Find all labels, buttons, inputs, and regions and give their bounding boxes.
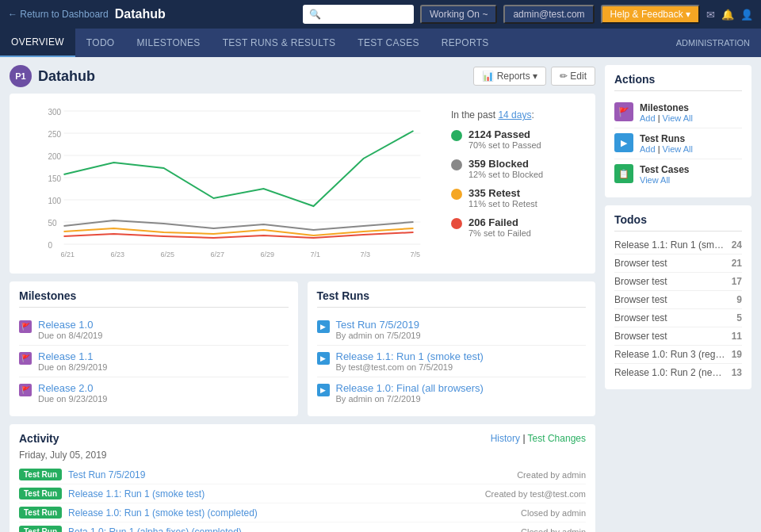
test-runs-view-link[interactable]: View All [663,144,693,154]
todos-box: Todos Release 1.1: Run 1 (smoke ... 24 B… [605,205,751,389]
activity-link-4[interactable]: Beta 1.0: Run 1 (alpha fixes) (completed… [68,526,514,533]
legend-failed: 206 Failed 7% set to Failed [451,216,586,238]
list-item: Browser test 17 [614,273,742,291]
help-feedback-button[interactable]: Help & Feedback ▾ [601,5,700,24]
svg-text:0: 0 [48,241,53,250]
user-icon[interactable]: 👤 [740,9,753,21]
todo-name-7[interactable]: Release 1.0: Run 3 (regre... [614,349,727,360]
topbar: ← Return to Dashboard Datahub Working On… [0,0,761,29]
admin-email-button[interactable]: admin@test.com [503,5,594,24]
test-cases-view-link[interactable]: View All [640,175,670,185]
sections-row: Milestones 🚩 Release 1.0 Due on 8/4/2019… [10,281,595,416]
mail-icon[interactable]: ✉ [706,9,715,21]
activity-link-3[interactable]: Release 1.0: Run 1 (smoke test) (complet… [68,507,514,519]
todo-count-7: 19 [732,349,742,360]
bell-icon[interactable]: 🔔 [721,9,734,21]
list-item: Release 1.0: Run 2 (new f... 13 [614,364,742,381]
nav-milestones[interactable]: MILESTONES [126,29,212,57]
todo-name-6[interactable]: Browser test [614,331,727,342]
failed-text: 206 Failed 7% set to Failed [468,216,531,238]
main-content: P1 Datahub 📊 Reports ▾ ✏ Edit 300 250 20… [0,57,761,532]
milestones-add-link[interactable]: Add [640,113,656,123]
todo-name-4[interactable]: Browser test [614,294,732,305]
milestones-section: Milestones 🚩 Release 1.0 Due on 8/4/2019… [10,281,298,416]
legend-retest: 335 Retest 11% set to Retest [451,187,586,209]
todo-count-4: 9 [736,294,742,305]
test-run-icon-1: ▶ [317,320,330,333]
search-input[interactable] [303,5,414,24]
svg-text:6/27: 6/27 [211,251,225,258]
list-item: 🚩 Release 1.1 Due on 8/29/2019 [19,346,289,377]
milestone-1-text: Release 1.0 Due on 8/4/2019 [38,319,102,340]
test-cases-action-links: View All [640,175,689,185]
activity-tag-2: Test Run [19,488,62,499]
milestones-action-name: Milestones [640,102,693,113]
activity-tag-4: Test Run [19,526,62,532]
todo-name-1[interactable]: Release 1.1: Run 1 (smoke ... [614,239,727,251]
run-2-name[interactable]: Release 1.1: Run 1 (smoke test) [336,350,484,362]
failed-dot [451,218,462,229]
todo-name-3[interactable]: Browser test [614,276,727,287]
test-cases-action-name: Test Cases [640,164,689,175]
logo: Datahub [115,7,166,21]
todo-name-2[interactable]: Browser test [614,258,727,269]
nav-overview[interactable]: OVERVIEW [0,29,75,57]
svg-text:6/21: 6/21 [61,251,75,258]
test-cases-action-icon: 📋 [614,164,633,183]
test-changes-link[interactable]: Test Changes [528,433,586,444]
list-item: Browser test 9 [614,291,742,309]
test-runs-title: Test Runs [317,289,587,308]
activity-link-1[interactable]: Test Run 7/5/2019 [68,469,511,480]
milestone-1-name[interactable]: Release 1.0 [38,319,102,331]
todo-name-5[interactable]: Browser test [614,312,732,323]
run-3-name[interactable]: Release 1.0: Final (all browsers) [336,382,484,394]
run-2-text: Release 1.1: Run 1 (smoke test) By test@… [336,350,484,372]
todo-name-8[interactable]: Release 1.0: Run 2 (new f... [614,367,727,378]
activity-link-2[interactable]: Release 1.1: Run 1 (smoke test) [68,488,479,499]
activity-section: Activity History | Test Changes Friday, … [10,424,595,532]
milestones-title: Milestones [19,289,289,308]
test-runs-action-links: Add | View All [640,144,693,154]
reports-button[interactable]: 📊 Reports ▾ [473,67,546,86]
milestone-3-text: Release 2.0 Due on 9/23/2019 [38,382,107,404]
navbar: OVERVIEW TODO MILESTONES TEST RUNS & RES… [0,29,761,57]
milestone-flag-icon-3: 🚩 [19,384,32,396]
nav-test-runs-results[interactable]: TEST RUNS & RESULTS [212,29,347,57]
activity-header: Activity History | Test Changes [19,432,586,445]
action-milestones: 🚩 Milestones Add | View All [614,98,742,128]
return-link[interactable]: ← Return to Dashboard [8,9,109,20]
list-item: Release 1.0: Run 3 (regre... 19 [614,346,742,364]
history-link[interactable]: History [491,433,520,444]
14-days-link[interactable]: 14 days [498,109,531,121]
nav-todo[interactable]: TODO [75,29,126,57]
actions-box: Actions 🚩 Milestones Add | View All ▶ Te… [605,65,751,197]
svg-text:200: 200 [48,152,62,161]
milestone-flag-icon-2: 🚩 [19,352,32,365]
todo-count-8: 13 [732,367,742,378]
run-1-name[interactable]: Test Run 7/5/2019 [336,319,421,331]
milestone-3-due: Due on 9/23/2019 [38,394,107,404]
dashboard-title: P1 Datahub [10,65,95,87]
working-on-button[interactable]: Working On ~ [420,5,497,24]
table-row: Test Run Beta 1.0: Run 1 (alpha fixes) (… [19,522,586,532]
svg-text:100: 100 [48,197,62,205]
list-item: Browser test 11 [614,327,742,346]
nav-reports[interactable]: REPORTS [430,29,500,57]
nav-test-cases[interactable]: TEST CASES [346,29,430,57]
todo-count-1: 24 [732,239,742,251]
passed-dot [451,130,462,141]
blocked-text: 359 Blocked 12% set to Blocked [468,158,543,179]
actions-title: Actions [614,73,742,91]
edit-button[interactable]: ✏ Edit [551,67,595,86]
retest-dot [451,189,462,200]
milestone-3-name[interactable]: Release 2.0 [38,382,107,394]
svg-text:6/25: 6/25 [161,251,175,258]
topbar-icons: ✉ 🔔 👤 [706,9,753,21]
test-runs-action-text: Test Runs Add | View All [640,133,693,154]
test-runs-add-link[interactable]: Add [640,144,656,154]
table-row: Test Run Release 1.0: Run 1 (smoke test)… [19,503,586,522]
milestones-view-link[interactable]: View All [663,113,693,123]
chart-svg: 300 250 200 150 100 50 0 [19,103,442,262]
nav-administration[interactable]: ADMINISTRATION [665,29,761,57]
milestone-2-name[interactable]: Release 1.1 [38,350,107,362]
